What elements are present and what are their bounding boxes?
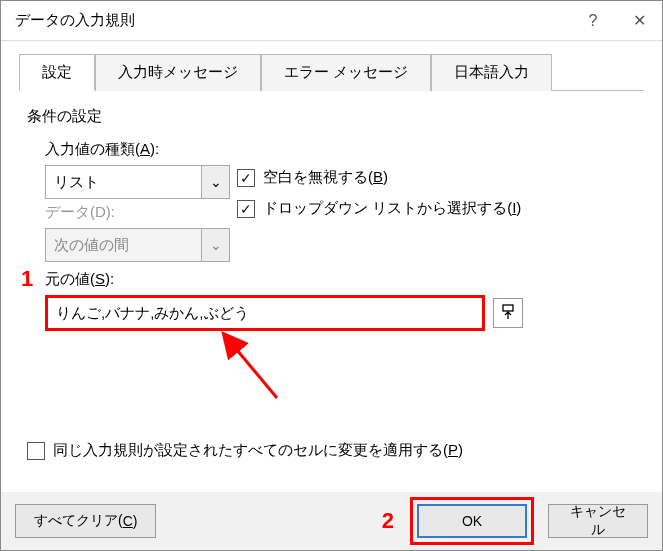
checkbox-checked-icon: ✓: [237, 169, 255, 187]
chevron-down-icon: ⌄: [210, 174, 222, 190]
close-button[interactable]: ✕: [616, 1, 662, 41]
help-button[interactable]: ?: [570, 1, 616, 41]
allow-select[interactable]: リスト ⌄: [45, 165, 230, 199]
ignore-blank-checkbox[interactable]: ✓ 空白を無視する(B): [237, 168, 636, 187]
tab-ime[interactable]: 日本語入力: [431, 54, 552, 91]
ok-button[interactable]: OK: [417, 504, 527, 538]
annotation-1: 1: [21, 266, 33, 292]
clear-all-button[interactable]: すべてクリア(C): [15, 504, 156, 538]
source-input[interactable]: [45, 295, 485, 331]
allow-label: 入力値の種類(A):: [45, 140, 237, 159]
dialog-window: データの入力規則 ? ✕ 設定 入力時メッセージ エラー メッセージ 日本語入力…: [0, 0, 663, 551]
apply-to-all-checkbox[interactable]: 同じ入力規則が設定されたすべてのセルに変更を適用する(P): [27, 441, 636, 460]
cancel-button[interactable]: キャンセル: [548, 504, 648, 538]
data-select-value: 次の値の間: [46, 236, 201, 255]
tab-content: 条件の設定 入力値の種類(A): リスト ⌄ データ(D): 次の値の間 ⌄ ✓: [1, 91, 662, 460]
source-label: 元の値(S):: [45, 270, 636, 289]
dialog-footer: すべてクリア(C) 2 OK キャンセル: [1, 492, 662, 550]
tab-settings[interactable]: 設定: [19, 54, 95, 91]
close-icon: ✕: [633, 11, 646, 30]
in-cell-dropdown-label: ドロップダウン リストから選択する(I): [263, 199, 521, 218]
tab-input-message[interactable]: 入力時メッセージ: [95, 54, 261, 91]
range-picker-button[interactable]: [493, 298, 523, 328]
checkbox-checked-icon: ✓: [237, 200, 255, 218]
tab-error-message[interactable]: エラー メッセージ: [261, 54, 431, 91]
checkbox-unchecked-icon: [27, 442, 45, 460]
svg-line-1: [227, 338, 277, 398]
window-title: データの入力規則: [15, 11, 570, 30]
apply-to-all-label: 同じ入力規則が設定されたすべてのセルに変更を適用する(P): [53, 441, 463, 460]
annotation-arrow-icon: [217, 328, 297, 408]
annotation-2: 2: [382, 508, 394, 534]
ignore-blank-label: 空白を無視する(B): [263, 168, 388, 187]
chevron-down-icon: ⌄: [210, 237, 222, 253]
allow-select-button[interactable]: ⌄: [201, 166, 229, 198]
data-label: データ(D):: [45, 203, 237, 222]
range-picker-icon: [501, 304, 515, 323]
ok-button-highlight: OK: [410, 497, 534, 545]
tab-bar: 設定 入力時メッセージ エラー メッセージ 日本語入力: [19, 53, 644, 91]
in-cell-dropdown-checkbox[interactable]: ✓ ドロップダウン リストから選択する(I): [237, 199, 636, 218]
data-select-button: ⌄: [201, 229, 229, 261]
allow-select-value: リスト: [46, 173, 201, 192]
data-select: 次の値の間 ⌄: [45, 228, 230, 262]
help-icon: ?: [589, 12, 598, 30]
section-title: 条件の設定: [27, 107, 636, 126]
svg-rect-0: [503, 305, 513, 311]
titlebar: データの入力規則 ? ✕: [1, 1, 662, 41]
